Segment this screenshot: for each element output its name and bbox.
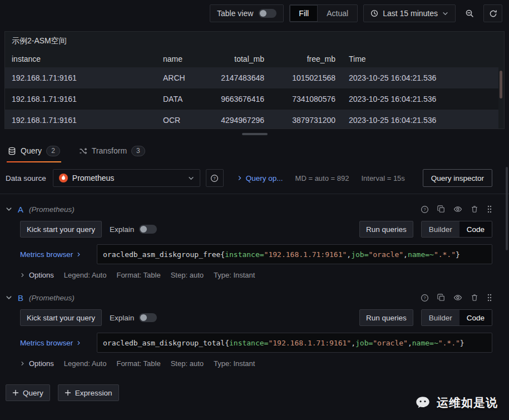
col-header-total-mb[interactable]: total_mb [200, 51, 271, 67]
cell-name: DATA [156, 88, 200, 110]
datasource-label: Data source [6, 174, 46, 182]
query-ref-letter[interactable]: A [18, 205, 23, 214]
datasource-help-button[interactable]: ? [206, 169, 224, 187]
plus-icon [12, 389, 19, 396]
type-summary: Type: Instant [214, 271, 255, 279]
panel-editor-screen: Table view Fill Actual Last 15 minutes [0, 0, 509, 420]
refresh-button[interactable] [483, 4, 502, 22]
add-expression-label: Expression [75, 389, 112, 397]
trash-icon[interactable] [471, 205, 478, 213]
drag-handle-icon[interactable] [487, 293, 492, 302]
cell-instance: 192.168.1.71:9161 [5, 110, 156, 129]
duplicate-icon[interactable] [437, 205, 445, 213]
svg-text:?: ? [214, 176, 216, 181]
token-label: instance [229, 339, 264, 347]
options-expander[interactable]: Options [20, 271, 54, 279]
col-header-name[interactable]: name [156, 51, 200, 67]
kick-start-button[interactable]: Kick start your query [20, 221, 102, 238]
interval-summary: Interval = 15s [361, 174, 404, 182]
tab-transform-badge: 3 [131, 146, 145, 156]
add-query-button[interactable]: Query [6, 384, 50, 401]
metrics-browser-link[interactable]: Metrics browser [20, 339, 92, 347]
table-view-toggle[interactable] [259, 9, 276, 18]
database-icon [8, 147, 16, 155]
table-view-label: Table view [217, 9, 253, 18]
token-brace: } [456, 250, 460, 259]
tab-query-label: Query [21, 146, 42, 155]
step-summary: Step: auto [171, 359, 204, 368]
chevron-right-icon [20, 273, 25, 278]
zoom-out-button[interactable] [461, 4, 478, 22]
query-inspector-button[interactable]: Query inspector [423, 169, 492, 187]
datasource-picker[interactable]: Prometheus [53, 169, 200, 187]
cell-time: 2023-10-25 16:04:21.536 [342, 110, 498, 129]
code-option[interactable]: Code [459, 221, 492, 237]
chevron-down-icon [442, 11, 448, 17]
table-panel: 示例2-ASM空间 instance name total_mb free_mb… [4, 31, 505, 129]
query-expression-row: Metrics browser oracledb_asm_diskgroup_f… [20, 244, 492, 264]
duplicate-icon[interactable] [437, 294, 445, 302]
eye-icon[interactable] [453, 205, 462, 214]
shuffle-icon [79, 147, 87, 155]
type-summary: Type: Instant [214, 359, 255, 368]
explain-control: Explain [110, 313, 157, 322]
fill-option[interactable]: Fill [290, 5, 318, 22]
col-header-free-mb[interactable]: free_mb [271, 51, 342, 67]
tab-transform[interactable]: Transform 3 [78, 139, 146, 162]
trash-icon[interactable] [471, 294, 478, 302]
prometheus-flame-icon [59, 174, 68, 182]
help-icon[interactable]: ? [421, 205, 429, 214]
table-scrollbar[interactable] [500, 71, 502, 98]
col-header-instance[interactable]: instance [5, 51, 156, 67]
query-card-a: A (Prometheus) ? Kick start your query E… [6, 200, 492, 279]
chevron-right-icon [76, 252, 81, 257]
token-op: = [260, 250, 264, 259]
explain-toggle[interactable] [139, 225, 157, 234]
watermark-text: 运维如是说 [437, 395, 498, 411]
promql-input[interactable]: oracledb_asm_diskgroup_total{instance="1… [97, 333, 492, 353]
add-expression-button[interactable]: Expression [58, 384, 119, 401]
help-icon[interactable]: ? [421, 294, 429, 302]
legend-summary: Legend: Auto [64, 271, 107, 279]
query-options-expander[interactable]: Query op... [237, 174, 283, 182]
kick-start-button[interactable]: Kick start your query [20, 309, 102, 326]
tab-query-badge: 2 [46, 146, 60, 156]
explain-label: Explain [110, 225, 134, 234]
cell-time: 2023-10-25 16:04:21.536 [342, 67, 498, 88]
question-circle-icon: ? [210, 174, 219, 182]
format-summary: Format: Table [116, 271, 160, 279]
token-op: =~ [425, 250, 434, 259]
tab-transform-label: Transform [92, 146, 127, 155]
explain-toggle[interactable] [139, 313, 157, 322]
col-header-time[interactable]: Time [342, 51, 498, 67]
query-ref-letter[interactable]: B [18, 293, 23, 303]
pane-resize-handle[interactable] [242, 133, 268, 135]
metrics-browser-link[interactable]: Metrics browser [20, 250, 92, 259]
token-label: instance [225, 250, 260, 259]
builder-option[interactable]: Builder [422, 310, 459, 325]
eye-icon[interactable] [453, 293, 462, 302]
collapse-chevron-icon[interactable] [6, 294, 12, 301]
query-toolbar: Kick start your query Explain Run querie… [20, 309, 492, 326]
svg-text:?: ? [423, 207, 426, 212]
options-label: Options [29, 359, 54, 368]
editor-scrollbar[interactable] [506, 167, 508, 250]
query-action-icons: ? [421, 293, 492, 302]
run-queries-button[interactable]: Run queries [359, 221, 413, 238]
builder-option[interactable]: Builder [422, 221, 459, 237]
promql-input[interactable]: oracledb_asm_diskgroup_free{instance="19… [97, 244, 492, 264]
time-range-picker[interactable]: Last 15 minutes [363, 4, 456, 22]
token-string: ".*." [438, 339, 460, 347]
options-expander[interactable]: Options [20, 359, 54, 368]
token-string: "192.168.1.71:9161" [264, 250, 347, 259]
query-options-label: Query op... [246, 174, 283, 182]
collapse-chevron-icon[interactable] [6, 206, 12, 213]
run-queries-button[interactable]: Run queries [359, 309, 413, 326]
cell-time: 2023-10-25 16:04:21.536 [342, 88, 498, 110]
actual-option[interactable]: Actual [318, 5, 357, 22]
pane-resize-row [0, 129, 509, 139]
cell-instance: 192.168.1.71:9161 [5, 67, 156, 88]
tab-query[interactable]: Query 2 [7, 139, 61, 162]
drag-handle-icon[interactable] [487, 205, 492, 214]
code-option[interactable]: Code [459, 310, 492, 325]
